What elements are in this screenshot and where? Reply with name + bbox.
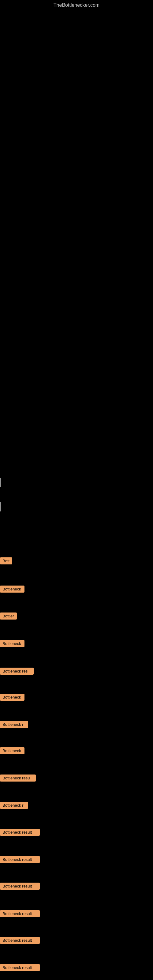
bottleneck-badge-3[interactable]: Bottler (0, 612, 17, 620)
bottleneck-badge-14[interactable]: Bottleneck result (0, 910, 40, 917)
main-content: TheBottlenecker.com BottBottleneckBottle… (0, 0, 153, 980)
bottleneck-badge-1[interactable]: Bott (0, 557, 12, 565)
bottleneck-badge-10[interactable]: Bottleneck r (0, 802, 28, 809)
bottleneck-badge-2[interactable]: Bottleneck (0, 585, 24, 593)
bottleneck-badge-4[interactable]: Bottleneck (0, 640, 24, 647)
bottleneck-badge-11[interactable]: Bottleneck result (0, 829, 40, 836)
bottleneck-badge-16[interactable]: Bottleneck result (0, 964, 40, 971)
bottleneck-badge-7[interactable]: Bottleneck r (0, 721, 28, 728)
bottleneck-badge-9[interactable]: Bottleneck resu (0, 775, 36, 781)
site-title: TheBottlenecker.com (0, 0, 153, 10)
cursor-line-1 (0, 478, 1, 487)
bottleneck-badge-5[interactable]: Bottleneck res (0, 668, 33, 675)
bottleneck-badge-12[interactable]: Bottleneck result (0, 856, 40, 863)
bottleneck-badge-13[interactable]: Bottleneck result (0, 883, 40, 890)
bottleneck-badge-15[interactable]: Bottleneck result (0, 937, 40, 944)
bottleneck-badge-6[interactable]: Bottleneck (0, 694, 24, 701)
bottleneck-badge-8[interactable]: Bottleneck (0, 747, 24, 754)
cursor-line-2 (0, 502, 1, 511)
